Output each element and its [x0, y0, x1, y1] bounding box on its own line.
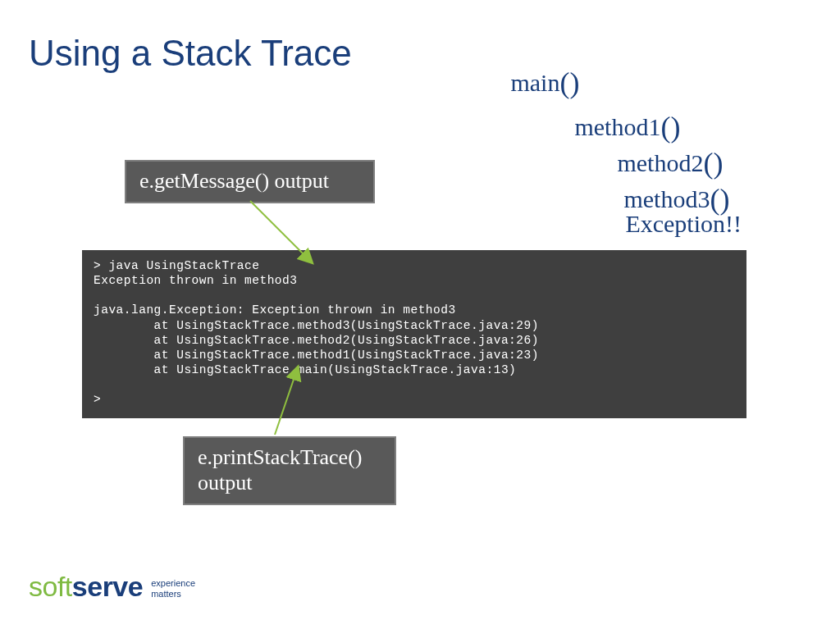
- tagline-line1: experience: [151, 578, 195, 588]
- stack-main-name: main: [510, 69, 559, 96]
- brand-serve: serve: [72, 571, 143, 602]
- console-line: at UsingStackTrace.main(UsingStackTrace.…: [94, 363, 516, 376]
- slide-title: Using a Stack Trace: [29, 33, 352, 74]
- stack-method1: method1(): [574, 110, 742, 144]
- parens: (): [559, 66, 579, 99]
- console-output: > java UsingStackTrace Exception thrown …: [82, 250, 746, 418]
- console-line: Exception thrown in method3: [94, 274, 297, 287]
- stack-method1-name: method1: [574, 113, 660, 140]
- console-line: at UsingStackTrace.method1(UsingStackTra…: [94, 349, 539, 362]
- stack-main: main(): [510, 66, 742, 100]
- printstacktrace-line1: e.printStackTrace(): [198, 445, 362, 469]
- tagline-line2: matters: [151, 589, 181, 599]
- console-line: java.lang.Exception: Exception thrown in…: [94, 303, 456, 317]
- console-line: > java UsingStackTrace: [94, 259, 259, 272]
- stack-method3-name: method3: [623, 185, 710, 212]
- parens: (): [660, 111, 680, 144]
- getmessage-label: e.getMessage() output: [125, 160, 375, 203]
- console-line: at UsingStackTrace.method3(UsingStackTra…: [94, 319, 539, 332]
- console-line: at UsingStackTrace.method2(UsingStackTra…: [94, 334, 539, 347]
- brand: softserve: [29, 571, 143, 603]
- stack-method2: method2(): [617, 146, 742, 180]
- brand-tagline: experience matters: [151, 578, 195, 598]
- exception-label: Exception!!: [625, 210, 742, 238]
- stack-method2-name: method2: [617, 149, 703, 176]
- printstacktrace-label: e.printStackTrace() output: [183, 436, 396, 505]
- parens: (): [703, 147, 723, 180]
- call-stack: main() method1() method2() method3() Exc…: [510, 66, 742, 238]
- brand-soft: soft: [29, 571, 72, 602]
- footer-logo: softserve experience matters: [29, 571, 195, 603]
- printstacktrace-line2: output: [198, 471, 252, 495]
- console-line: >: [94, 393, 101, 406]
